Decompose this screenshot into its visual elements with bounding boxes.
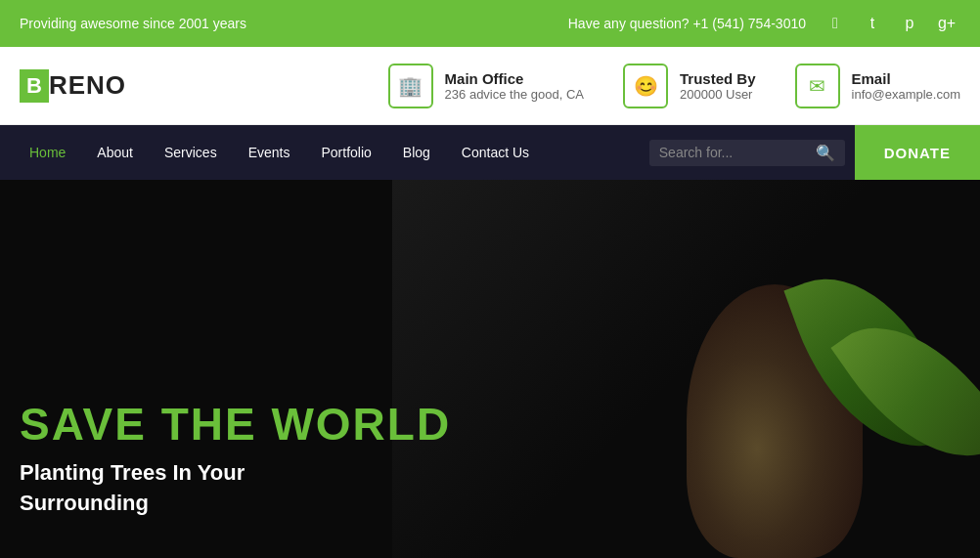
social-icons:  t p g+	[822, 10, 960, 37]
search-button[interactable]: 🔍	[816, 144, 835, 162]
hero-subtitle-line1: Planting Trees In Your	[20, 460, 245, 485]
plant-decoration	[589, 216, 980, 558]
google-plus-icon[interactable]: g+	[933, 10, 960, 37]
trusted-icon: 😊	[623, 64, 668, 108]
header-info: 🏢 Main Office 236 advice the good, CA 😊 …	[388, 64, 960, 108]
trusted-item: 😊 Trusted By 200000 User	[623, 64, 756, 108]
search-input[interactable]	[659, 145, 816, 160]
phone-info: Have any question? +1 (541) 754-3010	[568, 16, 806, 31]
trusted-title: Trusted By	[680, 70, 756, 87]
twitter-icon[interactable]: t	[859, 10, 886, 37]
logo[interactable]: B RENO	[20, 69, 126, 103]
hero-title: SAVE THE WORLD	[20, 402, 451, 447]
hero-content: SAVE THE WORLD Planting Trees In Your Su…	[0, 402, 470, 529]
nav-portfolio[interactable]: Portfolio	[307, 137, 384, 168]
office-icon: 🏢	[388, 64, 433, 108]
pinterest-icon[interactable]: p	[896, 10, 923, 37]
hero-subtitle: Planting Trees In Your Surrounding	[20, 458, 451, 519]
main-office-item: 🏢 Main Office 236 advice the good, CA	[388, 64, 584, 108]
trusted-text: Trusted By 200000 User	[680, 70, 756, 102]
nav-about[interactable]: About	[83, 137, 147, 168]
office-subtitle: 236 advice the good, CA	[445, 87, 584, 102]
office-title: Main Office	[445, 70, 584, 87]
trusted-subtitle: 200000 User	[680, 87, 756, 102]
email-text: Email info@example.com	[852, 70, 960, 102]
nav-services[interactable]: Services	[151, 137, 231, 168]
nav-links: Home About Services Events Portfolio Blo…	[0, 137, 640, 168]
hero-section: SAVE THE WORLD Planting Trees In Your Su…	[0, 180, 980, 558]
search-area: 🔍	[649, 140, 845, 166]
facebook-icon[interactable]: 	[822, 10, 849, 37]
nav-blog[interactable]: Blog	[389, 137, 444, 168]
donate-button[interactable]: DONATE	[855, 125, 980, 180]
logo-letter: B	[20, 69, 49, 103]
nav-contact-us[interactable]: Contact Us	[448, 137, 543, 168]
top-bar-right: Have any question? +1 (541) 754-3010  t…	[568, 10, 960, 37]
top-bar: Providing awesome since 2001 years Have …	[0, 0, 980, 47]
site-header: B RENO 🏢 Main Office 236 advice the good…	[0, 47, 980, 125]
logo-name: RENO	[49, 70, 126, 101]
main-navbar: Home About Services Events Portfolio Blo…	[0, 125, 980, 180]
office-text: Main Office 236 advice the good, CA	[445, 70, 584, 102]
hero-subtitle-line2: Surrounding	[20, 491, 149, 515]
email-subtitle: info@example.com	[852, 87, 960, 102]
email-item: ✉ Email info@example.com	[795, 64, 960, 108]
email-title: Email	[852, 70, 960, 87]
nav-events[interactable]: Events	[235, 137, 304, 168]
tagline: Providing awesome since 2001 years	[20, 16, 246, 31]
email-icon: ✉	[795, 64, 840, 108]
nav-home[interactable]: Home	[16, 137, 79, 168]
